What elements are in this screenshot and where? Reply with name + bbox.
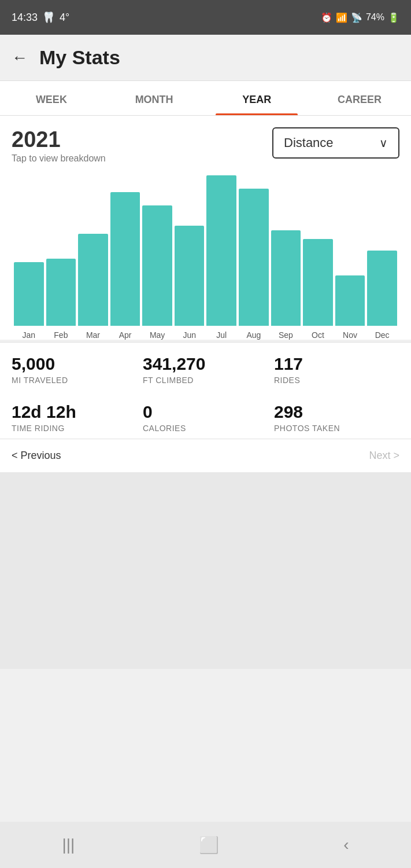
month-label-jun: Jun <box>175 330 205 340</box>
month-label-feb: Feb <box>46 330 76 340</box>
back-button[interactable]: ← <box>12 49 28 67</box>
bar-col-mar[interactable] <box>78 175 108 326</box>
month-label-sep: Sep <box>271 330 301 340</box>
home-icon[interactable]: ⬜ <box>199 836 219 855</box>
menu-icon[interactable]: ||| <box>62 836 75 854</box>
month-label-mar: Mar <box>78 330 108 340</box>
status-left: 14:33 🦷 4° <box>12 11 69 24</box>
gray-area <box>0 472 411 669</box>
bar-col-may[interactable] <box>142 175 172 326</box>
stats-grid: 5,000MI TRAVELED341,270FT CLIMBED117RIDE… <box>12 354 399 433</box>
month-label-apr: Apr <box>110 330 140 340</box>
bar-col-sep[interactable] <box>271 175 301 326</box>
stat-value: 117 <box>274 354 399 373</box>
year-label: 2021 <box>12 127 106 152</box>
tab-week[interactable]: WEEK <box>0 81 103 115</box>
battery-icon: 🔋 <box>388 12 399 23</box>
bar-col-aug[interactable] <box>239 175 269 326</box>
status-right: ⏰ 📶 📡 74% 🔋 <box>321 12 399 23</box>
stat-label: PHOTOS TAKEN <box>274 424 399 433</box>
tap-hint: Tap to view breakdown <box>12 153 106 164</box>
stat-label: MI TRAVELED <box>12 376 137 385</box>
bar-col-jun[interactable] <box>175 175 205 326</box>
nav-row: < Previous Next > <box>0 439 411 472</box>
chart-bars <box>12 175 399 326</box>
status-time: 14:33 <box>12 12 38 24</box>
stat-value: 0 <box>143 402 268 421</box>
battery-text: 74% <box>366 12 384 23</box>
signal-icon: 📡 <box>351 12 362 23</box>
stats-section: 5,000MI TRAVELED341,270FT CLIMBED117RIDE… <box>0 342 411 439</box>
bottom-nav: ||| ⬜ ‹ <box>0 822 411 868</box>
back-nav-icon[interactable]: ‹ <box>343 836 349 854</box>
header: ← My Stats <box>0 35 411 81</box>
bar-col-jul[interactable] <box>206 175 236 326</box>
stat-value: 12d 12h <box>12 402 137 421</box>
stat-item-mi-traveled: 5,000MI TRAVELED <box>12 354 137 385</box>
stat-item-rides: 117RIDES <box>274 354 399 385</box>
bar-jul <box>206 175 236 326</box>
bar-sep <box>271 230 301 326</box>
tab-navigation: WEEK MONTH YEAR CAREER <box>0 81 411 116</box>
stat-label: TIME RIDING <box>12 424 137 433</box>
stat-label: CALORIES <box>143 424 268 433</box>
month-label-oct: Oct <box>303 330 333 340</box>
stat-item-ft-climbed: 341,270FT CLIMBED <box>143 354 268 385</box>
metric-dropdown[interactable]: Distance ∨ <box>272 127 399 159</box>
prev-button[interactable]: < Previous <box>12 450 61 462</box>
month-label-jul: Jul <box>206 330 236 340</box>
chart-area: JanFebMarAprMayJunJulAugSepOctNovDec <box>12 170 399 340</box>
bar-col-nov[interactable] <box>335 175 365 326</box>
stat-label: RIDES <box>274 376 399 385</box>
bluetooth-icon: 🦷 <box>42 11 55 24</box>
year-info: 2021 Tap to view breakdown <box>12 127 106 164</box>
month-label-jan: Jan <box>14 330 44 340</box>
month-label-may: May <box>142 330 172 340</box>
page-title: My Stats <box>39 46 120 69</box>
bar-mar <box>78 234 108 326</box>
temperature: 4° <box>60 12 69 24</box>
bar-col-jan[interactable] <box>14 175 44 326</box>
bar-jun <box>175 226 205 326</box>
main-content: 2021 Tap to view breakdown Distance ∨ Ja… <box>0 116 411 340</box>
stat-item-calories: 0CALORIES <box>143 402 268 433</box>
bar-apr <box>110 192 140 326</box>
next-button: Next > <box>369 450 399 462</box>
chevron-down-icon: ∨ <box>379 136 388 150</box>
month-label-nov: Nov <box>335 330 365 340</box>
bar-col-feb[interactable] <box>46 175 76 326</box>
month-label-aug: Aug <box>239 330 269 340</box>
wifi-icon: 📶 <box>336 12 347 23</box>
tab-month[interactable]: MONTH <box>103 81 206 115</box>
bar-col-dec[interactable] <box>367 175 397 326</box>
bar-col-apr[interactable] <box>110 175 140 326</box>
status-bar: 14:33 🦷 4° ⏰ 📶 📡 74% 🔋 <box>0 0 411 35</box>
bar-oct <box>303 239 333 326</box>
stat-value: 341,270 <box>143 354 268 373</box>
bar-feb <box>46 259 76 326</box>
month-label-dec: Dec <box>367 330 397 340</box>
bar-nov <box>335 275 365 326</box>
year-row: 2021 Tap to view breakdown Distance ∨ <box>12 127 399 164</box>
tab-career[interactable]: CAREER <box>308 81 411 115</box>
bar-may <box>142 205 172 326</box>
alarm-icon: ⏰ <box>321 12 332 23</box>
stat-label: FT CLIMBED <box>143 376 268 385</box>
stat-item-time-riding: 12d 12hTIME RIDING <box>12 402 137 433</box>
tab-year[interactable]: YEAR <box>206 81 309 115</box>
bar-aug <box>239 189 269 326</box>
stat-item-photos-taken: 298PHOTOS TAKEN <box>274 402 399 433</box>
month-labels: JanFebMarAprMayJunJulAugSepOctNovDec <box>12 326 399 340</box>
bar-col-oct[interactable] <box>303 175 333 326</box>
stat-value: 298 <box>274 402 399 421</box>
bar-jan <box>14 262 44 326</box>
dropdown-label: Distance <box>284 135 334 150</box>
stat-value: 5,000 <box>12 354 137 373</box>
bar-dec <box>367 251 397 326</box>
